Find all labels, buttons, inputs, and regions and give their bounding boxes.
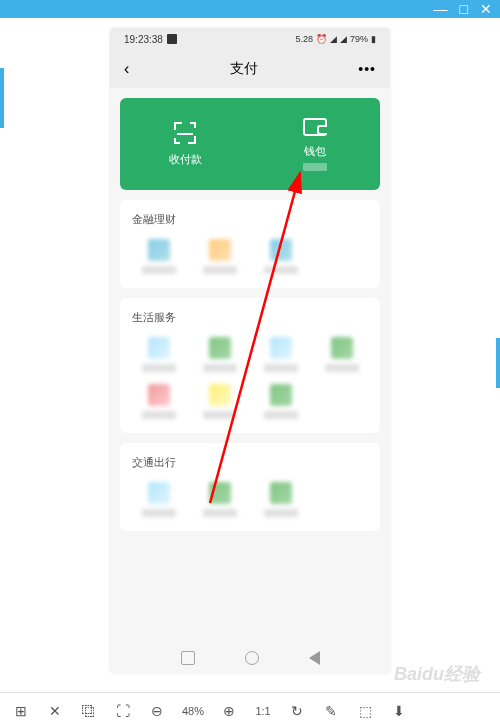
zoom-out-tool[interactable]: ⊖	[148, 702, 166, 720]
battery-percent: 79%	[350, 34, 368, 44]
download-tool[interactable]: ⬇	[390, 702, 408, 720]
wifi-icon: ◢	[340, 34, 347, 44]
app-navbar: ‹ 支付 •••	[110, 50, 390, 88]
signal-icon: ◢	[330, 34, 337, 44]
scan-pay-button[interactable]: 收付款	[120, 98, 250, 190]
page-title: 支付	[230, 60, 258, 78]
finance-title: 金融理财	[132, 212, 368, 227]
home-button[interactable]	[245, 651, 259, 665]
grid-item[interactable]	[132, 239, 185, 274]
wallet-button[interactable]: 钱包	[250, 98, 380, 190]
phone-statusbar: 19:23:38 5.28 ⏰ ◢ ◢ 79% ▮	[110, 28, 390, 50]
finance-section: 金融理财	[120, 200, 380, 288]
scan-pay-label: 收付款	[169, 152, 202, 167]
life-title: 生活服务	[132, 310, 368, 325]
viewer-toolbar: ⊞ ✕ ⿻ ⛶ ⊖ 48% ⊕ 1:1 ↻ ✎ ⬚ ⬇	[0, 692, 500, 728]
grid-item[interactable]	[315, 337, 368, 372]
life-section: 生活服务	[120, 298, 380, 433]
edit-tool[interactable]: ✎	[322, 702, 340, 720]
rotate-tool[interactable]: ↻	[288, 702, 306, 720]
crop2-tool[interactable]: ⬚	[356, 702, 374, 720]
image-viewer: 19:23:38 5.28 ⏰ ◢ ◢ 79% ▮ ‹ 支付	[0, 18, 500, 728]
back-nav-button[interactable]	[309, 651, 320, 665]
recents-button[interactable]	[181, 651, 195, 665]
close-button[interactable]: ✕	[480, 2, 492, 16]
wallet-balance-blur	[303, 163, 327, 171]
status-small-text: 5.28	[295, 34, 313, 44]
grid-item[interactable]	[254, 384, 307, 419]
payment-card: 收付款 钱包	[120, 98, 380, 190]
maximize-button[interactable]: □	[460, 2, 468, 16]
alarm-icon: ⏰	[316, 34, 327, 44]
grid-item[interactable]	[254, 239, 307, 274]
zoom-level: 48%	[182, 705, 204, 717]
ratio-tool[interactable]: 1:1	[254, 702, 272, 720]
transport-section: 交通出行	[120, 443, 380, 531]
wallet-icon	[303, 118, 327, 136]
scan-icon	[174, 122, 196, 144]
battery-icon: ▮	[371, 34, 376, 44]
grid-item[interactable]	[132, 337, 185, 372]
crop-tool[interactable]: ⛶	[114, 702, 132, 720]
calendar-icon	[167, 34, 177, 44]
more-button[interactable]: •••	[358, 61, 376, 77]
grid-item[interactable]	[193, 239, 246, 274]
shuffle-tool[interactable]: ✕	[46, 702, 64, 720]
copy-tool[interactable]: ⿻	[80, 702, 98, 720]
grid-item[interactable]	[193, 482, 246, 517]
grid-item[interactable]	[254, 337, 307, 372]
grid-tool[interactable]: ⊞	[12, 702, 30, 720]
grid-item[interactable]	[254, 482, 307, 517]
wallet-label: 钱包	[304, 144, 326, 159]
back-button[interactable]: ‹	[124, 60, 129, 78]
grid-item[interactable]	[132, 482, 185, 517]
minimize-button[interactable]: —	[434, 2, 448, 16]
grid-item[interactable]	[193, 337, 246, 372]
window-titlebar: — □ ✕	[0, 0, 500, 18]
zoom-in-tool[interactable]: ⊕	[220, 702, 238, 720]
android-nav	[110, 643, 390, 673]
grid-item[interactable]	[132, 384, 185, 419]
grid-item[interactable]	[193, 384, 246, 419]
phone-screenshot: 19:23:38 5.28 ⏰ ◢ ◢ 79% ▮ ‹ 支付	[110, 28, 390, 673]
status-time: 19:23:38	[124, 34, 163, 45]
transport-title: 交通出行	[132, 455, 368, 470]
